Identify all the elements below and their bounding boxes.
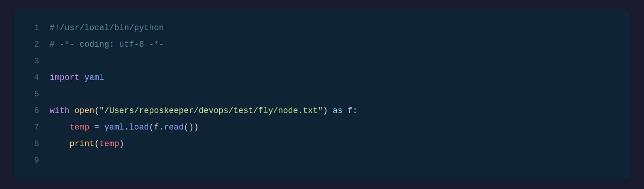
code-line: 8 print(temp): [26, 136, 618, 152]
code-token: [70, 106, 74, 116]
code-token: =: [94, 123, 99, 132]
line-content: [50, 53, 618, 70]
code-token: import: [50, 73, 79, 82]
code-token: f: [348, 106, 352, 116]
line-content: print(temp): [50, 136, 618, 152]
code-token: read: [164, 123, 184, 132]
line-number: 3: [26, 53, 39, 70]
code-line: 4import yaml: [26, 70, 618, 86]
code-token: ): [323, 106, 328, 116]
code-line: 3: [26, 53, 618, 70]
code-line: 9: [26, 152, 618, 169]
code-token: yaml: [99, 123, 124, 132]
line-number: 2: [26, 37, 39, 53]
code-token: ): [189, 123, 194, 132]
line-number: 4: [26, 70, 39, 86]
code-token: (: [94, 106, 99, 116]
line-content: #!/usr/local/bin/python: [50, 20, 618, 37]
line-content: [50, 86, 618, 103]
code-token: "/Users/reposkeeper/devops/test/fly/node…: [99, 106, 323, 116]
code-editor: 1#!/usr/local/bin/python2# -*- coding: u…: [14, 9, 630, 180]
code-token: #!/usr/local/bin/python: [50, 23, 164, 33]
line-number: 5: [26, 86, 39, 103]
code-token: temp: [99, 139, 119, 149]
code-token: temp: [50, 123, 94, 132]
code-line: 2# -*- coding: utf-8 -*-: [26, 37, 618, 53]
code-token: yaml: [79, 73, 104, 82]
code-token: as: [328, 106, 348, 116]
code-token: :: [352, 106, 357, 116]
code-token: ): [119, 139, 124, 149]
code-token: .: [159, 123, 164, 132]
code-token: with: [50, 106, 70, 116]
code-token: [50, 139, 70, 149]
line-number: 8: [26, 136, 39, 152]
line-number: 6: [26, 103, 39, 119]
code-line: 1#!/usr/local/bin/python: [26, 20, 618, 37]
code-token: load: [129, 123, 149, 132]
line-number: 1: [26, 20, 39, 37]
line-content: [50, 152, 618, 169]
code-token: open: [74, 106, 94, 116]
code-token: f: [154, 123, 159, 132]
line-content: temp = yaml.load(f.read()): [50, 119, 618, 136]
line-content: # -*- coding: utf-8 -*-: [50, 37, 618, 53]
code-token: (: [94, 139, 99, 149]
code-line: 5: [26, 86, 618, 103]
code-token: ): [194, 123, 199, 132]
line-number: 7: [26, 119, 39, 136]
code-token: print: [70, 139, 94, 149]
code-token: .: [124, 123, 129, 132]
code-token: (: [149, 123, 154, 132]
code-line: 6with open("/Users/reposkeeper/devops/te…: [26, 103, 618, 119]
code-line: 7 temp = yaml.load(f.read()): [26, 119, 618, 136]
code-token: # -*- coding: utf-8 -*-: [50, 40, 164, 49]
line-number: 9: [26, 152, 39, 169]
line-content: import yaml: [50, 70, 618, 86]
code-token: (: [184, 123, 188, 132]
line-content: with open("/Users/reposkeeper/devops/tes…: [50, 103, 618, 119]
